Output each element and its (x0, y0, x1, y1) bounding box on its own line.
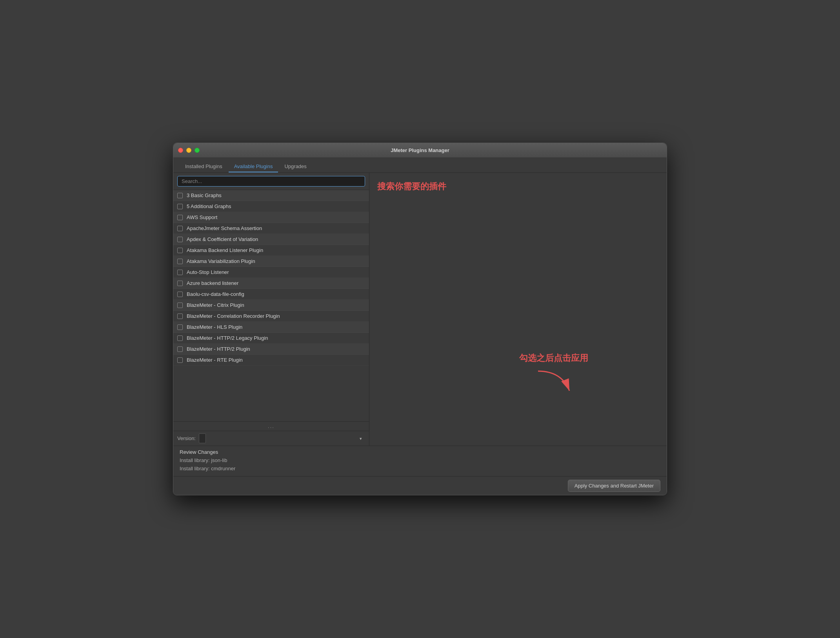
plugin-checkbox-blazemeter-http2[interactable] (177, 346, 183, 352)
version-select-wrapper: ▾ (199, 433, 365, 443)
plugin-checkbox-blazemeter-correlation[interactable] (177, 314, 183, 319)
plugin-item-aws-support[interactable]: AWS Support (173, 212, 369, 223)
review-changes-label: Review Changes (180, 449, 660, 455)
maximize-button[interactable] (195, 148, 200, 153)
apply-button[interactable]: Apply Changes and Restart JMeter (568, 480, 660, 492)
plugin-label-3-basic-graphs: 3 Basic Graphs (187, 192, 222, 198)
plugin-label-blazemeter-citrix: BlazeMeter - Citrix Plugin (187, 302, 244, 308)
tab-available[interactable]: Available Plugins (229, 161, 278, 172)
plugin-item-blazemeter-http2-legacy[interactable]: BlazeMeter - HTTP/2 Legacy Plugin (173, 333, 369, 344)
install-lib-lines: Install library: json-lib Install librar… (180, 457, 660, 473)
tab-upgrades[interactable]: Upgrades (279, 161, 312, 172)
version-arrow-icon: ▾ (360, 436, 362, 441)
bottom-bar: Apply Changes and Restart JMeter (173, 476, 667, 495)
search-input[interactable] (177, 176, 365, 187)
tab-installed[interactable]: Installed Plugins (180, 161, 228, 172)
version-bar: Version: ▾ (173, 431, 369, 446)
plugin-checkbox-atakama-variab[interactable] (177, 259, 183, 264)
left-panel: 3 Basic Graphs5 Additional GraphsAWS Sup… (173, 173, 369, 446)
plugin-label-atakama-backend: Atakama Backend Listener Plugin (187, 247, 263, 253)
window-title: JMeter Plugins Manager (391, 147, 449, 153)
plugin-item-atakama-variab[interactable]: Atakama Variabilization Plugin (173, 256, 369, 267)
plugin-item-blazemeter-correlation[interactable]: BlazeMeter - Correlation Recorder Plugin (173, 311, 369, 322)
plugin-label-blazemeter-hls: BlazeMeter - HLS Plugin (187, 324, 242, 330)
plugin-item-blazemeter-hls[interactable]: BlazeMeter - HLS Plugin (173, 322, 369, 333)
plugin-label-apdex-coeff: Apdex & Coefficient of Variation (187, 236, 258, 242)
plugin-item-baolu-csv[interactable]: Baolu-csv-data-file-config (173, 289, 369, 300)
traffic-lights (178, 148, 200, 153)
plugin-checkbox-5-additional-graphs[interactable] (177, 204, 183, 209)
plugin-label-aws-support: AWS Support (187, 214, 217, 220)
right-panel: 搜索你需要的插件 勾选之后点击应用 (369, 173, 667, 446)
plugin-checkbox-blazemeter-hls[interactable] (177, 324, 183, 330)
minimize-button[interactable] (186, 148, 191, 153)
install-lib-2: Install library: cmdrunner (180, 465, 660, 473)
annotation-arrow-icon (530, 367, 577, 399)
plugin-item-apache-jmeter-schema[interactable]: ApacheJmeter Schema Assertion (173, 223, 369, 234)
plugin-label-blazemeter-http2: BlazeMeter - HTTP/2 Plugin (187, 346, 250, 352)
plugin-label-atakama-variab: Atakama Variabilization Plugin (187, 258, 255, 264)
version-label: Version: (177, 435, 196, 441)
plugin-item-auto-stop[interactable]: Auto-Stop Listener (173, 267, 369, 278)
search-container (173, 173, 369, 190)
plugin-label-blazemeter-http2-legacy: BlazeMeter - HTTP/2 Legacy Plugin (187, 335, 268, 341)
annotation-apply-container: 勾选之后点击应用 (519, 352, 588, 399)
plugin-label-blazemeter-rte: BlazeMeter - RTE Plugin (187, 357, 243, 363)
tabs-bar: Installed Plugins Available Plugins Upgr… (173, 158, 667, 173)
plugin-item-blazemeter-rte[interactable]: BlazeMeter - RTE Plugin (173, 355, 369, 366)
plugin-label-5-additional-graphs: 5 Additional Graphs (187, 203, 231, 209)
annotation-search-text: 搜索你需要的插件 (377, 181, 659, 192)
title-bar: JMeter Plugins Manager (173, 143, 667, 158)
plugin-checkbox-blazemeter-rte[interactable] (177, 357, 183, 363)
plugin-label-apache-jmeter-schema: ApacheJmeter Schema Assertion (187, 225, 262, 231)
plugin-checkbox-auto-stop[interactable] (177, 270, 183, 275)
plugin-item-atakama-backend[interactable]: Atakama Backend Listener Plugin (173, 245, 369, 256)
plugin-checkbox-blazemeter-citrix[interactable] (177, 303, 183, 308)
plugin-label-auto-stop: Auto-Stop Listener (187, 269, 229, 275)
version-select[interactable] (199, 433, 206, 443)
plugin-item-apdex-coeff[interactable]: Apdex & Coefficient of Variation (173, 234, 369, 245)
review-changes-section: Review Changes Install library: json-lib… (173, 446, 667, 476)
plugin-item-blazemeter-http2[interactable]: BlazeMeter - HTTP/2 Plugin (173, 344, 369, 355)
separator: ... (173, 421, 369, 431)
plugin-label-blazemeter-correlation: BlazeMeter - Correlation Recorder Plugin (187, 313, 280, 319)
plugin-checkbox-baolu-csv[interactable] (177, 292, 183, 297)
plugins-list: 3 Basic Graphs5 Additional GraphsAWS Sup… (173, 190, 369, 421)
plugin-checkbox-azure-backend[interactable] (177, 281, 183, 286)
plugin-item-blazemeter-citrix[interactable]: BlazeMeter - Citrix Plugin (173, 300, 369, 311)
annotation-apply-text: 勾选之后点击应用 (519, 352, 588, 364)
plugin-checkbox-blazemeter-http2-legacy[interactable] (177, 335, 183, 341)
plugin-checkbox-apache-jmeter-schema[interactable] (177, 226, 183, 231)
plugin-label-azure-backend: Azure backend listener (187, 280, 238, 286)
plugin-label-baolu-csv: Baolu-csv-data-file-config (187, 291, 244, 297)
content-area: 3 Basic Graphs5 Additional GraphsAWS Sup… (173, 173, 667, 446)
close-button[interactable] (178, 148, 183, 153)
plugin-item-azure-backend[interactable]: Azure backend listener (173, 278, 369, 289)
plugin-checkbox-3-basic-graphs[interactable] (177, 193, 183, 198)
plugin-item-3-basic-graphs[interactable]: 3 Basic Graphs (173, 190, 369, 201)
plugin-item-5-additional-graphs[interactable]: 5 Additional Graphs (173, 201, 369, 212)
install-lib-1: Install library: json-lib (180, 457, 660, 465)
main-window: JMeter Plugins Manager Installed Plugins… (173, 143, 667, 495)
plugin-checkbox-apdex-coeff[interactable] (177, 237, 183, 242)
plugin-checkbox-aws-support[interactable] (177, 215, 183, 220)
plugin-checkbox-atakama-backend[interactable] (177, 248, 183, 253)
